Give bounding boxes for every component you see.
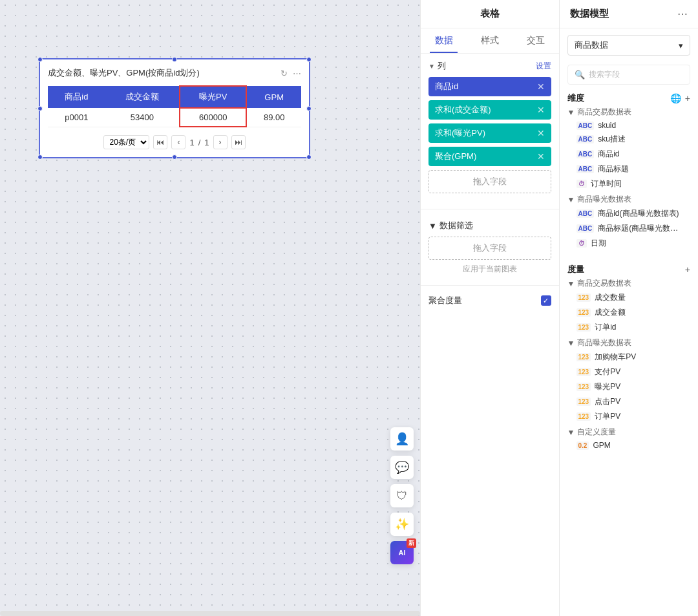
chat-float-btn[interactable]: 💬: [390, 456, 414, 479]
refresh-icon[interactable]: ↻: [280, 69, 288, 78]
per-page-select[interactable]: 20条/页: [103, 135, 149, 149]
measure-item-tag-gpm: 0.2: [576, 441, 589, 450]
field-chip-2-close[interactable]: ✕: [537, 128, 545, 138]
handle-mr[interactable]: [306, 106, 312, 111]
dim-item-product-title: ABC 商品标题: [567, 162, 691, 176]
aggregation-checkbox[interactable]: ✓: [541, 295, 551, 306]
more-icon[interactable]: ⋯: [293, 69, 301, 78]
handle-tm[interactable]: [172, 57, 177, 62]
tab-data[interactable]: 数据: [421, 28, 467, 53]
measure-item-tag-cart-pv: 123: [576, 353, 591, 361]
measure-group-2[interactable]: ▼ 自定义度量: [567, 427, 691, 438]
handle-tl[interactable]: [37, 57, 43, 62]
measure-item-tag-order-id: 123: [576, 323, 591, 332]
measure-item-label-sales-amt: 成交金额: [595, 307, 626, 318]
measure-group-1[interactable]: ▼ 商品曝光数据表: [567, 337, 691, 348]
divider-2: [421, 285, 559, 286]
dim-item-tag-skuid: ABC: [576, 122, 595, 130]
dim-item-date: ⏱ 日期: [567, 236, 691, 251]
handle-bm[interactable]: [172, 154, 177, 160]
dim-item-tag-order-time: ⏱: [576, 180, 587, 188]
measure-item-label-click-pv: 点击PV: [595, 396, 620, 407]
dim-group-1-name: 商品曝光数据表: [577, 194, 631, 205]
dim-item-tag-product-id: ABC: [576, 150, 595, 158]
tab-interact[interactable]: 交互: [513, 28, 558, 53]
dim-item-product-id-2: ABC 商品id(商品曝光数据表): [567, 206, 691, 221]
page-sep: /: [198, 138, 201, 147]
dim-item-tag-product-title: ABC: [576, 165, 595, 173]
measure-group-0-arrow: ▼: [567, 279, 575, 288]
field-chip-2[interactable]: 求和(曝光PV) ✕: [428, 123, 551, 143]
last-page-btn[interactable]: ⏭: [231, 135, 246, 149]
filter-drop-zone[interactable]: 拖入字段: [428, 237, 551, 260]
dim-group-0[interactable]: ▼ 商品交易数据表: [567, 107, 691, 118]
handle-tr[interactable]: [306, 57, 312, 62]
dimensions-section: 维度 🌐 + ▼ 商品交易数据表 ABC skuid ABC: [560, 90, 699, 253]
shield-float-btn[interactable]: 🛡: [390, 484, 414, 507]
col-header-2[interactable]: 曝光PV: [180, 86, 246, 108]
field-chip-1-close[interactable]: ✕: [537, 105, 545, 115]
ai-label: AI: [399, 549, 406, 557]
col-header-0[interactable]: 商品id: [48, 86, 105, 108]
field-chip-3[interactable]: 聚合(GPM) ✕: [428, 147, 551, 166]
columns-settings-btn[interactable]: 设置: [536, 61, 551, 72]
dim-group-0-name: 商品交易数据表: [577, 107, 631, 118]
columns-section: ▼ 列 设置 商品id ✕ 求和(成交金额) ✕ 求和(曝光PV) ✕ 聚合(G…: [421, 54, 559, 205]
panel-tabs: 数据 样式 交互: [421, 28, 559, 54]
dim-group-1[interactable]: ▼ 商品曝光数据表: [567, 194, 691, 205]
measure-item-label-order-pv: 订单PV: [595, 411, 620, 422]
bottom-scrollbar[interactable]: [0, 611, 420, 616]
handle-bl[interactable]: [37, 154, 43, 160]
table-pagination: 20条/页 ⏮ ‹ 1 / 1 › ⏭: [48, 135, 301, 149]
table-widget[interactable]: 成交金额、曝光PV、GPM(按商品id划分) ↻ ⋯ 商品id 成交金额 曝光P…: [39, 58, 310, 158]
columns-drop-zone[interactable]: 拖入字段: [428, 170, 551, 193]
dim-item-label-skuid: skuid: [598, 121, 616, 130]
dimensions-actions: 🌐 +: [670, 93, 690, 103]
measures-header: 度量 +: [567, 264, 691, 275]
measure-item-tag-pay-pv: 123: [576, 368, 591, 376]
right-panel: 表格 数据 样式 交互 ▼ 列 设置 商品id ✕ 求和(成交金额) ✕: [420, 0, 698, 616]
dm-dropdown[interactable]: 商品数据 ▾: [567, 35, 691, 56]
dim-item-tag-product-title-2: ABC: [576, 224, 595, 233]
data-model-panel: 数据模型 ⋯ 商品数据 ▾ 🔍 搜索字段 维度 🌐 +: [560, 0, 699, 616]
field-chip-3-close[interactable]: ✕: [537, 151, 545, 162]
filter-section: ▼ 数据筛选 拖入字段 应用于当前图表: [421, 213, 559, 281]
col-header-3[interactable]: GPM: [246, 86, 301, 108]
user-float-btn[interactable]: 👤: [390, 427, 414, 451]
widget-icons: ↻ ⋯: [280, 69, 301, 78]
globe-icon[interactable]: 🌐: [670, 93, 681, 103]
dm-scrollable[interactable]: 维度 🌐 + ▼ 商品交易数据表 ABC skuid ABC: [560, 90, 699, 616]
magic-float-btn[interactable]: ✨: [390, 513, 414, 536]
dimensions-add-icon[interactable]: +: [685, 93, 690, 103]
dm-title: 数据模型: [570, 8, 609, 20]
dim-item-label-order-time: 订单时间: [591, 178, 622, 189]
field-chip-0-close[interactable]: ✕: [537, 81, 545, 92]
measure-group-0-name: 商品交易数据表: [577, 278, 631, 289]
dim-item-label-product-title: 商品标题: [598, 164, 629, 175]
measure-item-label-pay-pv: 支付PV: [595, 366, 620, 377]
next-page-btn[interactable]: ›: [213, 135, 227, 149]
cell-0-0: p0001: [48, 108, 105, 127]
dm-menu-icon[interactable]: ⋯: [677, 8, 688, 20]
measures-add-icon[interactable]: +: [685, 264, 690, 275]
prev-page-btn[interactable]: ‹: [171, 135, 185, 149]
dim-item-label-product-id: 商品id: [598, 149, 619, 160]
tab-style[interactable]: 样式: [467, 28, 513, 53]
measure-item-label-order-id: 订单id: [595, 322, 616, 333]
dm-search[interactable]: 🔍 搜索字段: [567, 65, 691, 85]
dm-dropdown-value: 商品数据: [575, 39, 608, 51]
field-chip-1[interactable]: 求和(成交金额) ✕: [428, 100, 551, 120]
handle-ml[interactable]: [37, 106, 43, 111]
columns-arrow: ▼: [428, 63, 435, 70]
dimensions-title: 维度: [567, 92, 584, 104]
measure-group-2-arrow: ▼: [567, 428, 575, 437]
first-page-btn[interactable]: ⏮: [153, 135, 167, 149]
col-header-1[interactable]: 成交金额: [105, 86, 180, 108]
field-chip-0[interactable]: 商品id ✕: [428, 77, 551, 96]
ai-new-badge: 新: [407, 538, 416, 548]
measure-item-sales-amt: 123 成交金额: [567, 305, 691, 320]
measure-group-0[interactable]: ▼ 商品交易数据表: [567, 278, 691, 289]
ai-float-btn[interactable]: AI 新: [390, 541, 414, 564]
chevron-down-icon: ▾: [679, 41, 683, 50]
handle-br[interactable]: [306, 154, 312, 160]
